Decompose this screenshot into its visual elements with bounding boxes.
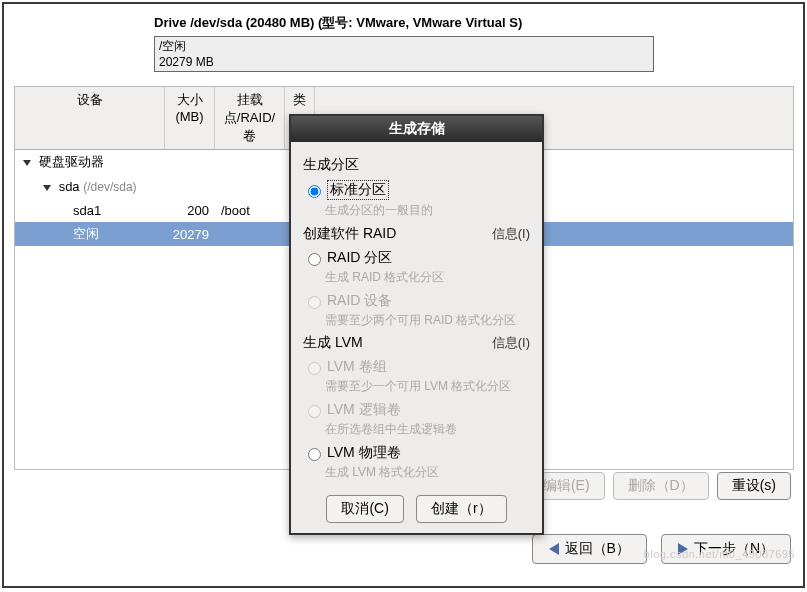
section-raid: 创建软件 RAID 信息(I) [303, 225, 530, 243]
option-desc: 生成分区的一般目的 [325, 202, 530, 219]
device-label: 空闲 [73, 226, 99, 241]
dialog-create-button[interactable]: 创建（r） [416, 495, 507, 523]
chevron-down-icon[interactable] [23, 160, 31, 166]
option-desc: 生成 LVM 格式化分区 [325, 464, 530, 481]
back-label: 返回（B） [565, 540, 630, 558]
drive-title: Drive /dev/sda (20480 MB) (型号: VMware, V… [154, 14, 797, 32]
raid-info-link[interactable]: 信息(I) [492, 225, 530, 243]
chevron-down-icon[interactable] [43, 185, 51, 191]
dialog-cancel-button[interactable]: 取消(C) [326, 495, 403, 523]
drive-usage-bar: /空闲 20279 MB [154, 36, 654, 72]
option-desc: 在所选卷组中生成逻辑卷 [325, 421, 530, 438]
radio-raid-device: RAID 设备 [303, 292, 530, 310]
drive-bar-size: 20279 MB [159, 55, 649, 71]
radio-raid-partition[interactable]: RAID 分区 [303, 249, 530, 267]
col-size[interactable]: 大小(MB) [165, 87, 215, 149]
delete-button[interactable]: 删除（D） [613, 472, 709, 500]
section-create-partition: 生成分区 [303, 156, 530, 174]
device-path: (/dev/sda) [83, 180, 136, 194]
option-desc: 需要至少一个可用 LVM 格式化分区 [325, 378, 530, 395]
radio-input [308, 362, 321, 375]
radio-input[interactable] [308, 448, 321, 461]
size-cell: 200 [165, 203, 215, 218]
size-cell: 20279 [165, 227, 215, 242]
radio-input[interactable] [308, 185, 321, 198]
option-desc: 生成 RAID 格式化分区 [325, 269, 530, 286]
radio-standard-partition[interactable]: 标准分区 [303, 180, 530, 200]
mount-cell: /boot [215, 203, 285, 218]
radio-lvm-lv: LVM 逻辑卷 [303, 401, 530, 419]
radio-lvm-vg: LVM 卷组 [303, 358, 530, 376]
watermark: blog.csdn.net/m0_49087695 [644, 548, 795, 560]
radio-input [308, 296, 321, 309]
radio-input[interactable] [308, 253, 321, 266]
col-device[interactable]: 设备 [15, 87, 165, 149]
device-label: sda1 [73, 203, 101, 218]
drive-bar-label: /空闲 [159, 39, 649, 55]
reset-button[interactable]: 重设(s) [717, 472, 791, 500]
arrow-left-icon [549, 543, 559, 555]
create-storage-dialog: 生成存储 生成分区 标准分区 生成分区的一般目的 创建软件 RAID 信息(I)… [289, 114, 544, 535]
dialog-title: 生成存储 [291, 116, 542, 142]
radio-input [308, 405, 321, 418]
lvm-info-link[interactable]: 信息(I) [492, 334, 530, 352]
col-mount[interactable]: 挂载点/RAID/卷 [215, 87, 285, 149]
device-label: 硬盘驱动器 [39, 154, 104, 169]
radio-lvm-pv[interactable]: LVM 物理卷 [303, 444, 530, 462]
back-button[interactable]: 返回（B） [532, 534, 647, 564]
section-lvm: 生成 LVM 信息(I) [303, 334, 530, 352]
option-desc: 需要至少两个可用 RAID 格式化分区 [325, 312, 530, 329]
device-label: sda [59, 179, 80, 194]
